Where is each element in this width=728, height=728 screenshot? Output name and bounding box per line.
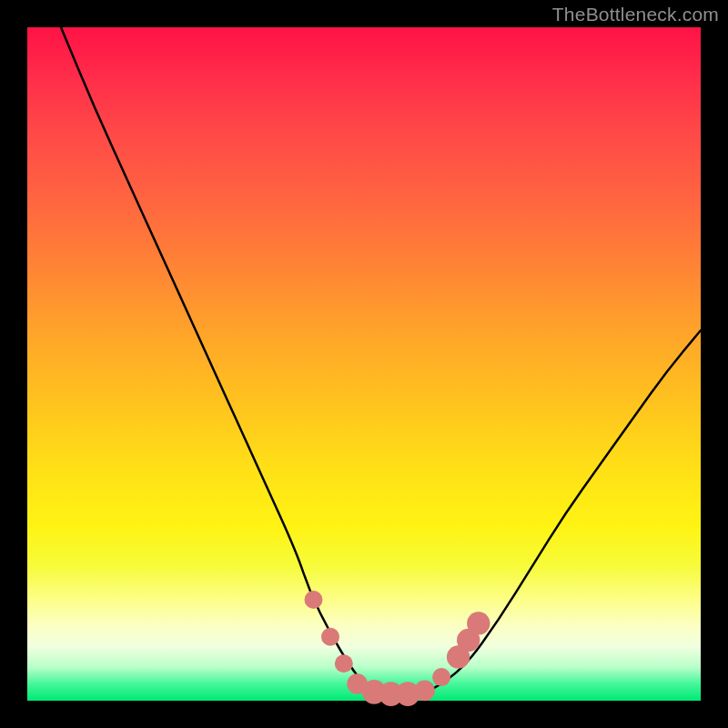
- curve-marker: [335, 654, 353, 672]
- curve-markers: [305, 591, 490, 706]
- curve-marker: [432, 668, 450, 686]
- curve-marker: [321, 628, 339, 646]
- curve-marker: [305, 591, 323, 609]
- plot-area: [27, 27, 701, 701]
- curve-marker: [414, 681, 435, 702]
- chart-frame: TheBottleneck.com: [0, 0, 728, 728]
- curve-marker: [467, 612, 490, 634]
- bottleneck-curve: [61, 27, 701, 694]
- watermark-text: TheBottleneck.com: [552, 4, 719, 25]
- curve-svg: [27, 27, 701, 701]
